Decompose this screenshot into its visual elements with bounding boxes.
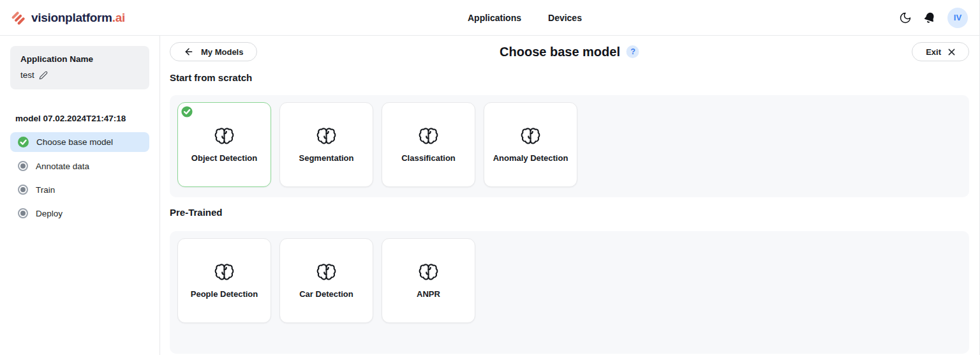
card-object-detection[interactable]: Object Detection [177,102,271,187]
model-title: model 07.02.2024T21:47:18 [15,114,149,123]
card-label: Car Detection [295,289,357,299]
user-avatar[interactable]: IV [947,8,968,28]
selected-check-icon [181,106,193,117]
section-heading-pre-trained: Pre-Trained [170,207,969,218]
exit-button-label: Exit [926,47,941,57]
section-heading-start-from-scratch: Start from scratch [170,72,969,83]
step-pending-icon [18,161,28,171]
arrow-left-icon [184,47,194,57]
bell-icon [921,10,937,26]
moon-icon [899,11,912,24]
step-choose-base-model[interactable]: Choose base model [10,132,149,152]
logo-text: visionplatform.ai [31,11,125,25]
dark-mode-toggle[interactable] [899,11,912,24]
nav-applications[interactable]: Applications [468,13,521,23]
pre-trained-panel: People Detection Car Detection ANPR [170,231,969,354]
header-actions: IV [899,8,968,28]
exit-button[interactable]: Exit [912,42,969,61]
application-name-box: Application Name test [10,46,149,89]
step-label: Deploy [36,209,63,218]
brain-icon [214,127,234,145]
step-pending-icon [18,208,28,218]
logo[interactable]: visionplatform.ai [10,10,125,26]
card-anpr[interactable]: ANPR [382,238,475,323]
step-deploy[interactable]: Deploy [10,204,149,223]
card-people-detection[interactable]: People Detection [177,238,271,323]
card-classification[interactable]: Classification [382,102,475,187]
card-label: ANPR [413,289,444,299]
brain-icon [316,263,336,281]
back-button-label: My Models [201,47,243,57]
card-label: People Detection [187,289,262,299]
step-annotate-data[interactable]: Annotate data [10,156,149,176]
start-from-scratch-panel: Object Detection Segmentation Classifica… [170,95,969,197]
card-label: Object Detection [188,153,261,163]
brain-icon [419,127,438,145]
step-train[interactable]: Train [10,180,149,199]
brain-icon [419,263,438,281]
card-label: Segmentation [295,153,358,163]
card-label: Anomaly Detection [489,153,572,163]
page-toolbar: My Models Choose base model ? Exit [170,42,969,61]
application-name-label: Application Name [20,54,139,64]
card-car-detection[interactable]: Car Detection [279,238,373,323]
logo-suffix: .ai [112,11,125,24]
notifications-button[interactable] [923,11,936,24]
back-to-my-models-button[interactable]: My Models [170,42,257,61]
step-label: Train [36,185,55,195]
nav-devices[interactable]: Devices [548,13,582,23]
step-pending-icon [18,185,28,195]
brain-icon [316,127,336,145]
main-nav: Applications Devices [468,13,582,23]
page-title-area: Choose base model ? [500,45,639,59]
logo-icon [10,10,27,26]
application-name-row: test [20,70,139,80]
step-label: Annotate data [36,162,89,171]
step-label: Choose base model [36,137,113,147]
close-icon [948,49,955,56]
brain-icon [521,127,540,145]
logo-name: visionplatform [31,11,112,24]
brain-icon [214,263,234,281]
application-name-value: test [20,70,34,80]
card-label: Classification [397,153,459,163]
card-segmentation[interactable]: Segmentation [279,102,373,187]
top-header: visionplatform.ai Applications Devices I… [0,0,979,36]
main-content: My Models Choose base model ? Exit Start… [160,36,979,355]
edit-pencil-icon[interactable] [39,71,48,80]
card-anomaly-detection[interactable]: Anomaly Detection [484,102,577,187]
help-icon[interactable]: ? [627,45,639,58]
step-complete-icon [18,137,29,147]
page-title: Choose base model [500,45,620,59]
sidebar: Application Name test model 07.02.2024T2… [0,36,160,355]
